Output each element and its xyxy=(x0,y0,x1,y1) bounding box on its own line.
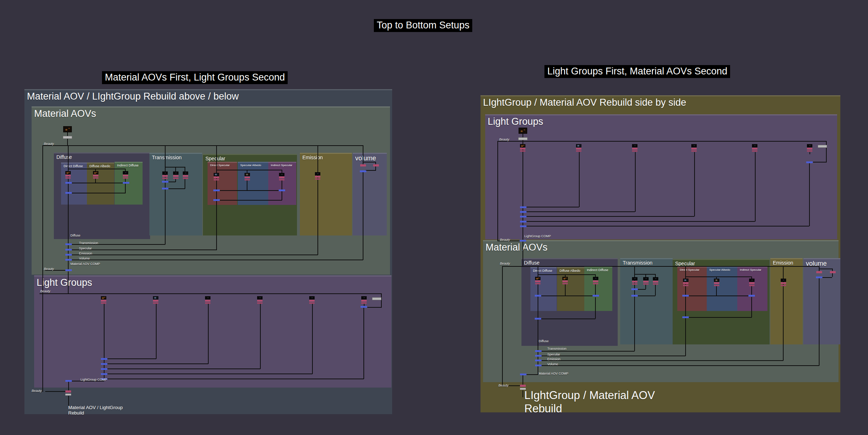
blue-merge-node[interactable] xyxy=(631,288,638,290)
blue-merge-node[interactable] xyxy=(361,306,367,308)
shuffle-node[interactable] xyxy=(153,296,158,304)
shuffle-node[interactable] xyxy=(632,144,637,152)
blue-merge-node[interactable] xyxy=(535,355,542,357)
blue-merge-node[interactable] xyxy=(520,225,526,227)
shuffle-node[interactable] xyxy=(65,171,71,179)
shuffle-node[interactable] xyxy=(691,144,697,152)
shuffle-node[interactable] xyxy=(309,296,315,304)
gray-node[interactable] xyxy=(518,137,528,140)
pink-merge-node[interactable] xyxy=(360,164,366,166)
backdrop-right-indirect-diffuse[interactable]: Indirect Diffuse xyxy=(584,266,612,311)
blue-merge-node[interactable] xyxy=(65,254,72,256)
blue-merge-node[interactable] xyxy=(65,182,72,184)
shuffle-node[interactable] xyxy=(807,144,812,152)
blue-merge-node[interactable] xyxy=(593,295,599,297)
blue-merge-node[interactable] xyxy=(101,373,107,375)
shuffle-node[interactable] xyxy=(781,279,786,286)
shuffle-node[interactable] xyxy=(315,172,320,180)
backdrop-right-indirect-specular[interactable]: Indirect Specular xyxy=(737,266,767,311)
shuffle-node[interactable] xyxy=(562,277,568,284)
read-node[interactable] xyxy=(63,126,72,132)
blue-merge-node[interactable] xyxy=(748,295,755,297)
blue-merge-node[interactable] xyxy=(520,211,526,213)
blue-merge-node[interactable] xyxy=(682,295,689,297)
blue-merge-node[interactable] xyxy=(816,276,822,278)
blue-merge-node[interactable] xyxy=(279,189,285,191)
gray-node[interactable] xyxy=(63,136,72,139)
blue-merge-node[interactable] xyxy=(535,295,541,297)
backdrop-left-indirect-specular[interactable]: Indirect Specular xyxy=(268,162,296,205)
blue-merge-node[interactable] xyxy=(162,188,168,189)
shuffle-node[interactable] xyxy=(205,296,210,304)
shuffle-node[interactable] xyxy=(279,173,284,180)
shuffle-node[interactable] xyxy=(101,296,106,304)
blue-merge-node[interactable] xyxy=(65,259,72,261)
shuffle-node[interactable] xyxy=(535,277,540,284)
blue-merge-node[interactable] xyxy=(360,170,366,172)
blue-merge-node[interactable] xyxy=(65,249,72,251)
shuffle-node[interactable] xyxy=(245,173,250,180)
shuffle-node[interactable] xyxy=(173,171,178,179)
shuffle-node[interactable] xyxy=(93,171,98,179)
shuffle-node[interactable] xyxy=(683,279,688,286)
blue-merge-node[interactable] xyxy=(520,221,526,223)
blue-merge-node[interactable] xyxy=(65,380,72,382)
read-node[interactable] xyxy=(519,128,527,134)
backdrop-right-direct-diffuse[interactable]: Direct Diffuse xyxy=(530,267,557,311)
sticky-note[interactable]: Top to Bottom Setups xyxy=(374,19,472,32)
shuffle-node[interactable] xyxy=(752,144,757,152)
blue-merge-node[interactable] xyxy=(65,269,72,271)
blue-merge-node[interactable] xyxy=(631,295,638,297)
sticky-note[interactable]: Light Groups First, Material AOVs Second xyxy=(544,65,730,78)
backdrop-right-direct-specular[interactable]: Direct Specular xyxy=(677,266,707,311)
blue-merge-node[interactable] xyxy=(123,182,129,184)
shuffle-node[interactable] xyxy=(653,277,658,285)
backdrop-right-transmission[interactable]: Transmission xyxy=(620,258,673,344)
shuffle-node[interactable] xyxy=(361,296,367,304)
small-gray-node[interactable] xyxy=(65,394,71,395)
blue-merge-node[interactable] xyxy=(65,243,72,245)
blue-merge-node[interactable] xyxy=(101,358,107,360)
blue-merge-node[interactable] xyxy=(213,189,220,191)
pink-merge-node[interactable] xyxy=(65,390,71,393)
pink-merge-node[interactable] xyxy=(373,164,379,166)
shuffle-node[interactable] xyxy=(214,173,219,180)
shuffle-node[interactable] xyxy=(632,277,637,285)
backdrop-left-specular-albedo[interactable]: Specular Albedo xyxy=(238,162,268,205)
shuffle-node[interactable] xyxy=(123,171,128,179)
blue-merge-node[interactable] xyxy=(535,360,542,361)
blue-merge-node[interactable] xyxy=(520,206,526,208)
shuffle-node[interactable] xyxy=(643,277,649,285)
backdrop-right-emission[interactable]: Emission xyxy=(770,258,803,344)
blue-merge-node[interactable] xyxy=(535,350,542,352)
blue-merge-node[interactable] xyxy=(520,374,526,375)
sticky-note[interactable]: Material AOV / LightGroupRebuild xyxy=(68,405,123,416)
shuffle-node[interactable] xyxy=(576,144,581,152)
shuffle-node[interactable] xyxy=(183,171,188,179)
backdrop-left-direct-specular[interactable]: Direct Specular xyxy=(208,162,237,205)
sticky-note[interactable]: Material AOVs First, Light Groups Second xyxy=(102,71,288,84)
pink-merge-node[interactable] xyxy=(520,385,526,387)
blue-merge-node[interactable] xyxy=(65,192,72,194)
blue-merge-node[interactable] xyxy=(520,216,526,218)
shuffle-node[interactable] xyxy=(520,144,525,152)
gray-node[interactable] xyxy=(818,145,827,148)
shuffle-node[interactable] xyxy=(714,279,719,286)
backdrop-left-light-groups[interactable]: Light Groups xyxy=(34,275,391,388)
shuffle-node[interactable] xyxy=(749,279,755,286)
blue-merge-node[interactable] xyxy=(101,368,107,370)
blue-merge-node[interactable] xyxy=(520,240,526,242)
backdrop-right-light-groups[interactable]: Light Groups xyxy=(485,114,837,239)
backdrop-right-specular-albedo[interactable]: Specular Albedo xyxy=(707,266,737,311)
blue-merge-node[interactable] xyxy=(213,199,220,201)
shuffle-node[interactable] xyxy=(257,296,263,304)
sticky-note[interactable]: LIghtGroup / Material AOVRebuild xyxy=(524,389,655,415)
blue-merge-node[interactable] xyxy=(535,365,542,366)
shuffle-node[interactable] xyxy=(162,171,168,179)
blue-merge-node[interactable] xyxy=(806,161,813,163)
pink-merge-node[interactable] xyxy=(816,271,822,273)
backdrop-left-volume[interactable]: volume xyxy=(353,153,387,235)
blue-merge-node[interactable] xyxy=(535,318,541,320)
blue-merge-node[interactable] xyxy=(101,363,107,365)
shuffle-node[interactable] xyxy=(593,277,598,284)
